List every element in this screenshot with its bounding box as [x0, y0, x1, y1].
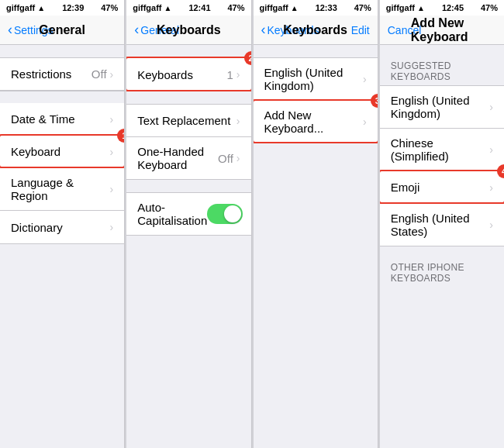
wifi-icon-1: ▲ [37, 4, 45, 12]
battery-3: 47% [354, 3, 371, 12]
time-2: 12:41 [188, 3, 210, 12]
keyboards-count-list: Keyboards 1 › 2 [126, 57, 250, 91]
auto-cap-item[interactable]: Auto-Capitalisation [126, 193, 250, 235]
status-right-3: 47% [354, 3, 371, 12]
other-keyboards-header: OTHER IPHONE KEYBOARDS [380, 259, 504, 287]
language-region-item[interactable]: Language & Region › [0, 168, 124, 211]
edit-button-3[interactable]: Edit [351, 24, 370, 36]
english-us-chevron: › [489, 219, 493, 231]
time-3: 12:33 [316, 3, 337, 12]
keyboards-count-section: Keyboards 1 › 2 [126, 57, 250, 91]
keyboards-settings-section: Text Replacement › One-Handed Keyboard O… [126, 104, 250, 180]
text-replacement-chevron: › [236, 115, 240, 127]
chinese-simplified-item[interactable]: Chinese (Simplified) › [380, 129, 504, 171]
suggested-english-uk-item[interactable]: English (United Kingdom) › [380, 86, 504, 129]
dictionary-item[interactable]: Dictionary › [0, 211, 124, 243]
emoji-item[interactable]: Emoji › 4 [380, 171, 504, 204]
nav-title-4: Add New Keyboard [411, 16, 473, 44]
battery-2: 47% [227, 3, 244, 12]
status-bar-1: giffgaff ▲ 12:39 47% [0, 0, 124, 16]
auto-cap-section: Auto-Capitalisation [126, 192, 250, 236]
dictionary-chevron: › [110, 221, 114, 233]
carrier-1: giffgaff [6, 3, 35, 12]
add-keyboard-item[interactable]: Add New Keyboard... › 3 [254, 101, 378, 143]
one-handed-item[interactable]: One-Handed Keyboard Off › [126, 137, 250, 179]
wifi-icon-3: ▲ [291, 4, 299, 12]
one-handed-label: One-Handed Keyboard [137, 145, 218, 171]
panel-general: giffgaff ▲ 12:39 47% ‹ Settings General … [0, 0, 125, 448]
keyboards-count-item[interactable]: Keyboards 1 › 2 [126, 58, 250, 91]
battery-4: 47% [481, 3, 498, 12]
date-time-label: Date & Time [11, 112, 110, 126]
nav-bar-1: ‹ Settings General [0, 16, 124, 45]
carrier-4: giffgaff [386, 3, 415, 12]
panel-keyboards-list: giffgaff ▲ 12:33 47% ‹ Keyboards Keyboar… [254, 0, 378, 448]
other-keyboards-section: OTHER IPHONE KEYBOARDS [380, 259, 504, 287]
status-right-4: 47% [481, 3, 498, 12]
keyboards-count-value: 1 [226, 68, 233, 81]
date-time-chevron: › [110, 113, 114, 126]
nav-bar-3: ‹ Keyboards Keyboards Edit [254, 16, 378, 45]
status-left-3: giffgaff ▲ [260, 3, 299, 12]
time-4: 12:45 [442, 3, 464, 12]
restrictions-chevron: › [110, 68, 114, 81]
language-region-chevron: › [110, 183, 114, 195]
emoji-label: Emoji [391, 181, 490, 194]
language-region-label: Language & Region [11, 176, 110, 202]
carrier-3: giffgaff [260, 3, 288, 12]
date-time-item[interactable]: Date & Time › [0, 103, 124, 136]
restrictions-label: Restrictions [11, 67, 91, 81]
auto-cap-label: Auto-Capitalisation [137, 201, 207, 227]
battery-1: 47% [101, 3, 118, 12]
status-left-2: giffgaff ▲ [133, 3, 171, 12]
status-right-1: 47% [101, 3, 118, 12]
keyboards-list: English (United Kingdom) › Add New Keybo… [254, 57, 378, 143]
suggested-header: SUGGESTED KEYBOARDS [380, 57, 504, 85]
status-left-1: giffgaff ▲ [6, 3, 45, 12]
wifi-icon-2: ▲ [164, 4, 172, 12]
auto-cap-toggle[interactable] [207, 204, 243, 224]
general-list: Restrictions Off › Date & Time › Keyboar… [0, 57, 124, 244]
add-keyboard-label: Add New Keyboard... [264, 109, 364, 135]
back-chevron-1: ‹ [8, 22, 12, 38]
nav-bar-4: Cancel Add New Keyboard [380, 16, 504, 45]
keyboard-label: Keyboard [11, 145, 110, 158]
english-uk-label: English (United Kingdom) [264, 66, 364, 92]
keyboard-item[interactable]: Keyboard › 1 [0, 136, 124, 168]
callout-number-2: 2 [244, 51, 251, 65]
restrictions-item[interactable]: Restrictions Off › [0, 58, 124, 91]
nav-title-1: General [39, 23, 85, 37]
toggle-knob [224, 205, 241, 222]
suggested-english-uk-label: English (United Kingdom) [391, 94, 490, 120]
english-uk-chevron: › [363, 73, 367, 85]
restrictions-value: Off [91, 67, 107, 81]
chinese-simplified-label: Chinese (Simplified) [391, 136, 490, 163]
nav-bar-2: ‹ General Keyboards [126, 16, 250, 45]
text-replacement-item[interactable]: Text Replacement › [126, 105, 250, 137]
carrier-2: giffgaff [133, 3, 161, 12]
english-us-label: English (United States) [391, 212, 490, 238]
nav-title-2: Keyboards [157, 23, 221, 37]
emoji-chevron: › [489, 181, 493, 194]
wifi-icon-4: ▲ [417, 4, 425, 12]
one-handed-value: Off [218, 152, 233, 165]
chinese-simplified-chevron: › [489, 143, 493, 156]
auto-cap-list: Auto-Capitalisation [126, 192, 250, 236]
add-keyboard-chevron: › [363, 115, 367, 128]
suggested-list: English (United Kingdom) › Chinese (Simp… [380, 85, 504, 246]
status-bar-4: giffgaff ▲ 12:45 47% [380, 0, 504, 16]
status-bar-2: giffgaff ▲ 12:41 47% [126, 0, 250, 16]
keyboards-count-label: Keyboards [137, 68, 226, 81]
keyboards-count-chevron: › [236, 68, 240, 81]
dictionary-label: Dictionary [11, 221, 110, 234]
status-right-2: 47% [227, 3, 244, 12]
keyboards-settings-list: Text Replacement › One-Handed Keyboard O… [126, 104, 250, 180]
status-bar-3: giffgaff ▲ 12:33 47% [254, 0, 378, 16]
general-section-1: Restrictions Off › Date & Time › Keyboar… [0, 57, 124, 244]
panel-keyboards: giffgaff ▲ 12:41 47% ‹ General Keyboards… [126, 0, 251, 448]
panel-add-keyboard: giffgaff ▲ 12:45 47% Cancel Add New Keyb… [380, 0, 504, 448]
status-left-4: giffgaff ▲ [386, 3, 425, 12]
english-uk-item[interactable]: English (United Kingdom) › [254, 58, 378, 101]
keyboard-chevron: › [110, 146, 114, 158]
english-us-item[interactable]: English (United States) › [380, 204, 504, 246]
